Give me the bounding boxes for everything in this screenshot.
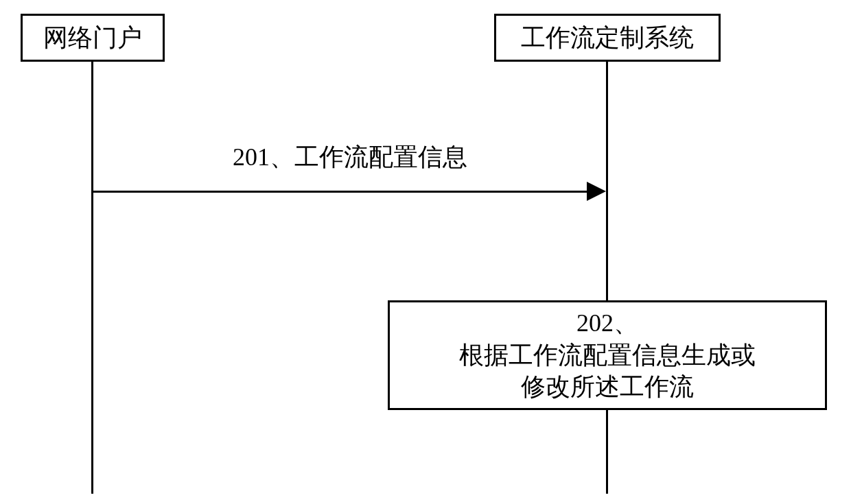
participant-left-label: 网络门户 — [43, 22, 142, 54]
step-202-line3: 修改所述工作流 — [521, 373, 694, 400]
participant-left-box: 网络门户 — [21, 14, 165, 62]
step-202-line2: 根据工作流配置信息生成或 — [459, 341, 756, 369]
step-202-text: 202、 根据工作流配置信息生成或 修改所述工作流 — [395, 307, 820, 403]
lifeline-right-top — [606, 62, 608, 300]
step-202-box: 202、 根据工作流配置信息生成或 修改所述工作流 — [388, 300, 827, 410]
sequence-diagram: 网络门户 工作流定制系统 201、工作流配置信息 202、 根据工作流配置信息生… — [0, 0, 851, 504]
message-201-arrow — [587, 182, 606, 201]
lifeline-right-bottom — [606, 410, 608, 494]
participant-right-label: 工作流定制系统 — [521, 22, 694, 54]
message-201-label: 201、工作流配置信息 — [185, 141, 515, 174]
lifeline-left — [91, 62, 93, 494]
participant-right-box: 工作流定制系统 — [494, 14, 721, 62]
step-202-line1: 202、 — [576, 309, 638, 337]
message-201-line — [93, 191, 587, 193]
